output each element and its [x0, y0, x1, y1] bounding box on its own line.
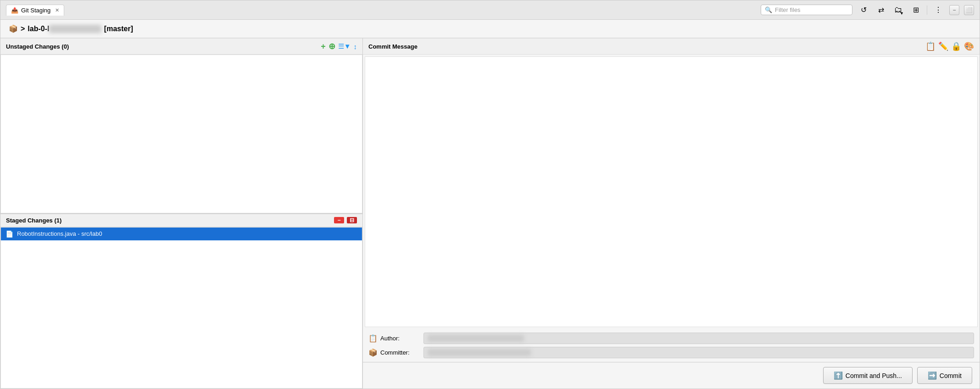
- repo-name-blurred: ██████████: [49, 25, 101, 33]
- title-bar-right: 🔍 Filter files ↺ ⇄ 🗂 ▼ ⊞ ⋮ − ⬜: [761, 4, 974, 17]
- commit-label: Commit: [940, 372, 962, 379]
- unstaged-files-list: [0, 55, 362, 213]
- repo-header: 📦 > lab-0-l██████████ [master]: [0, 20, 980, 38]
- committer-row: 📦 Committer: ██████ ██████████████████: [368, 347, 974, 358]
- committer-icon: 📦: [368, 348, 378, 357]
- search-icon: 🔍: [765, 6, 772, 13]
- unstaged-tools: + ⊕ ☰▼ ↕: [321, 41, 357, 51]
- staged-title: Staged Changes (1): [6, 217, 61, 224]
- commit-toolbar: 📋 ✏️ 🔒 🎨: [925, 41, 974, 51]
- git-staging-tab[interactable]: 📤 Git Staging ✕: [6, 5, 64, 16]
- git-staging-window: 📤 Git Staging ✕ 🔍 Filter files ↺ ⇄ 🗂 ▼ ⊞…: [0, 0, 980, 389]
- bottom-bar: ⬆️ Commit and Push... ➡️ Commit: [363, 362, 980, 389]
- maximize-button[interactable]: ⬜: [964, 5, 974, 15]
- staged-tools: − ⊟: [334, 217, 357, 223]
- committer-label: 📦 Committer:: [368, 348, 419, 357]
- tab-close-icon[interactable]: ✕: [55, 7, 59, 13]
- commit-message-header: Commit Message 📋 ✏️ 🔒 🎨: [363, 38, 980, 55]
- git-icon: 📤: [11, 7, 18, 14]
- staged-section: Staged Changes (1) − ⊟ 📄 RobotInstructio…: [0, 213, 362, 389]
- repo-icon: 📦: [9, 24, 18, 33]
- commit-and-push-label: Commit and Push...: [846, 372, 902, 379]
- staged-file-icon: 📄: [6, 230, 13, 238]
- author-row: 📋 Author: ██████ ████████████ ████: [368, 333, 974, 344]
- filter-placeholder: Filter files: [775, 6, 801, 13]
- author-input[interactable]: ██████ ████████████ ████: [423, 333, 974, 344]
- title-bar: 📤 Git Staging ✕ 🔍 Filter files ↺ ⇄ 🗂 ▼ ⊞…: [0, 0, 980, 20]
- main-content: Unstaged Changes (0) + ⊕ ☰▼ ↕ Staged Cha…: [0, 38, 980, 389]
- separator-1: [927, 6, 927, 15]
- commit-button[interactable]: ➡️ Commit: [917, 367, 972, 384]
- staged-file-item[interactable]: 📄 RobotInstructions.java - src/lab0: [1, 228, 362, 240]
- swap-icon[interactable]: ⇄: [874, 4, 887, 17]
- edit-icon[interactable]: ✏️: [938, 41, 948, 51]
- staged-files-list: 📄 RobotInstructions.java - src/lab0: [0, 227, 362, 389]
- repo-branch: [master]: [104, 25, 133, 33]
- commit-push-icon: ⬆️: [834, 371, 843, 380]
- sort-icon[interactable]: ↕: [354, 43, 357, 50]
- unstaged-section-header: Unstaged Changes (0) + ⊕ ☰▼ ↕: [0, 38, 362, 55]
- commit-message-title: Commit Message: [368, 43, 418, 50]
- add-file-icon[interactable]: +: [321, 42, 326, 51]
- palette-icon[interactable]: 🎨: [964, 41, 974, 51]
- refresh-icon[interactable]: ↺: [857, 4, 870, 17]
- committer-input[interactable]: ██████ ██████████████████: [423, 347, 974, 358]
- staged-file-name: RobotInstructions.java - src/lab0: [17, 230, 102, 237]
- layout-icon[interactable]: ⊞: [909, 4, 922, 17]
- remove-all-icon[interactable]: ⊟: [347, 217, 357, 223]
- right-panel: Commit Message 📋 ✏️ 🔒 🎨 📋 Author: ███: [363, 38, 980, 389]
- minimize-button[interactable]: −: [949, 5, 959, 15]
- commit-message-textarea[interactable]: [365, 56, 978, 327]
- left-panel: Unstaged Changes (0) + ⊕ ☰▼ ↕ Staged Cha…: [0, 38, 363, 389]
- staged-section-header: Staged Changes (1) − ⊟: [0, 214, 362, 227]
- title-bar-left: 📤 Git Staging ✕: [6, 5, 64, 16]
- committer-value: ██████ ██████████████████: [428, 349, 531, 356]
- breadcrumb-arrow: >: [21, 25, 25, 33]
- lock-icon[interactable]: 🔒: [951, 41, 961, 51]
- add-all-icon[interactable]: ⊕: [329, 41, 335, 51]
- template-icon[interactable]: 📋: [925, 41, 935, 51]
- remove-file-icon[interactable]: −: [334, 217, 344, 223]
- author-value: ██████ ████████████ ████: [428, 335, 524, 342]
- filter-files-input[interactable]: 🔍 Filter files: [761, 5, 852, 15]
- author-icon: 📋: [368, 334, 378, 343]
- view-mode-icon[interactable]: ☰▼: [338, 42, 351, 50]
- tab-label: Git Staging: [21, 7, 50, 14]
- unstaged-section: Unstaged Changes (0) + ⊕ ☰▼ ↕: [0, 38, 362, 213]
- author-section: 📋 Author: ██████ ████████████ ████ 📦 Com…: [363, 329, 980, 362]
- repo-name: lab-0-l██████████: [28, 25, 101, 33]
- more-icon[interactable]: ⋮: [932, 4, 945, 17]
- stash-icon[interactable]: 🗂 ▼: [892, 4, 905, 17]
- unstaged-title: Unstaged Changes (0): [6, 43, 69, 50]
- commit-icon: ➡️: [928, 371, 937, 380]
- commit-and-push-button[interactable]: ⬆️ Commit and Push...: [823, 367, 913, 384]
- author-label: 📋 Author:: [368, 334, 419, 343]
